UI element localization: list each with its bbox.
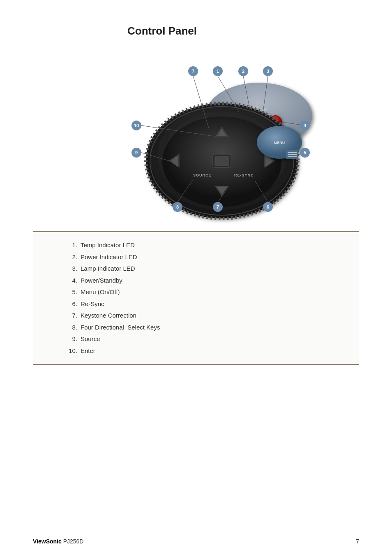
svg-point-9 xyxy=(269,115,282,128)
list-item: 10. Enter xyxy=(66,345,343,357)
footer-page: 7 xyxy=(356,538,359,545)
svg-text:MENU: MENU xyxy=(274,141,285,145)
svg-point-0 xyxy=(205,83,312,149)
svg-point-14 xyxy=(162,116,281,207)
svg-line-40 xyxy=(218,196,222,202)
svg-marker-19 xyxy=(169,154,179,167)
svg-point-13 xyxy=(150,107,294,215)
item-num: 7. xyxy=(66,310,81,322)
svg-marker-17 xyxy=(215,186,228,196)
svg-point-11 xyxy=(146,103,298,218)
item-label: Keystone Correction xyxy=(81,310,136,322)
item-label: Enter xyxy=(81,345,95,357)
item-label: Menu (On/Off) xyxy=(81,286,120,298)
svg-line-43 xyxy=(141,125,214,136)
item-num: 6. xyxy=(66,298,81,310)
item-label: Lamp Indicator LED xyxy=(81,263,135,275)
item-num: 9. xyxy=(66,333,81,345)
callout-9: 9 xyxy=(131,148,141,158)
page: Control Panel 7 1 2 3 4 5 6 7 8 9 10 xyxy=(0,0,392,557)
svg-point-5 xyxy=(251,108,254,111)
item-num: 8. xyxy=(66,322,81,334)
svg-point-6 xyxy=(261,111,265,114)
svg-line-36 xyxy=(263,76,268,112)
control-panel-svg: TEMP POWER LAMP POWER / STANDBY ⏻ xyxy=(99,50,353,227)
svg-line-41 xyxy=(178,179,193,202)
diagram-area: 7 1 2 3 4 5 6 7 8 9 10 xyxy=(99,50,353,227)
callout-2: 2 xyxy=(238,66,248,76)
svg-point-12 xyxy=(146,103,298,218)
list-section: 1. Temp Indicator LED 2. Power Indicator… xyxy=(33,231,359,365)
list-item: 4. Power/Standby xyxy=(66,275,343,287)
svg-rect-23 xyxy=(213,154,231,167)
item-label: Power/Standby xyxy=(81,275,122,287)
svg-rect-24 xyxy=(214,156,229,166)
callout-7a: 7 xyxy=(188,66,198,76)
items-list: 1. Temp Indicator LED 2. Power Indicator… xyxy=(66,239,343,357)
item-label: Four Directional Select Keys xyxy=(81,322,160,334)
svg-point-4 xyxy=(240,111,243,114)
callout-1: 1 xyxy=(213,66,223,76)
list-item: 7. Keystone Correction xyxy=(66,310,343,322)
svg-rect-29 xyxy=(286,150,298,159)
page-title: Control Panel xyxy=(127,25,359,37)
callout-4: 4 xyxy=(300,121,310,130)
item-num: 1. xyxy=(66,239,81,251)
svg-text:LAMP: LAMP xyxy=(259,108,267,111)
svg-text:POWER: POWER xyxy=(247,105,258,108)
item-num: 3. xyxy=(66,263,81,275)
list-item: 9. Source xyxy=(66,333,343,345)
svg-marker-16 xyxy=(217,129,227,136)
model-name: PJ256D xyxy=(63,538,84,545)
svg-line-33 xyxy=(193,76,209,128)
item-num: 10. xyxy=(66,345,81,357)
svg-text:SOURCE: SOURCE xyxy=(193,173,212,177)
callout-6: 6 xyxy=(263,202,273,212)
svg-text:RE-SYNC: RE-SYNC xyxy=(234,173,254,177)
item-label: Re-Sync xyxy=(81,298,104,310)
item-label: Temp Indicator LED xyxy=(81,239,135,251)
footer-brand: ViewSonic PJ256D xyxy=(33,538,83,545)
svg-line-35 xyxy=(243,76,250,109)
svg-marker-22 xyxy=(265,155,273,167)
list-item: 1. Temp Indicator LED xyxy=(66,239,343,251)
item-num: 5. xyxy=(66,286,81,298)
svg-text:⏻: ⏻ xyxy=(274,120,278,124)
list-item: 5. Menu (On/Off) xyxy=(66,286,343,298)
callout-3: 3 xyxy=(263,66,273,76)
svg-text:POWER /: POWER / xyxy=(244,118,257,121)
svg-marker-15 xyxy=(215,127,228,137)
item-num: 4. xyxy=(66,275,81,287)
callout-7b: 7 xyxy=(213,202,223,212)
item-label: Power Indicator LED xyxy=(81,251,137,263)
svg-point-27 xyxy=(257,126,302,159)
svg-line-39 xyxy=(255,181,268,202)
svg-marker-21 xyxy=(265,154,274,167)
svg-marker-18 xyxy=(217,187,227,195)
svg-marker-20 xyxy=(171,155,178,167)
svg-text:TEMP: TEMP xyxy=(238,108,246,111)
list-item: 2. Power Indicator LED xyxy=(66,251,343,263)
footer: ViewSonic PJ256D 7 xyxy=(0,538,392,545)
item-num: 2. xyxy=(66,251,81,263)
list-item: 6. Re-Sync xyxy=(66,298,343,310)
list-item: 8. Four Directional Select Keys xyxy=(66,322,343,334)
svg-line-42 xyxy=(141,153,169,161)
item-label: Source xyxy=(81,333,100,345)
svg-text:STANDBY: STANDBY xyxy=(244,122,258,125)
brand-name: ViewSonic xyxy=(33,538,62,545)
list-item: 3. Lamp Indicator LED xyxy=(66,263,343,275)
callout-10: 10 xyxy=(131,121,141,130)
svg-line-34 xyxy=(218,76,239,112)
callout-8: 8 xyxy=(173,202,182,212)
callout-5: 5 xyxy=(300,148,310,158)
